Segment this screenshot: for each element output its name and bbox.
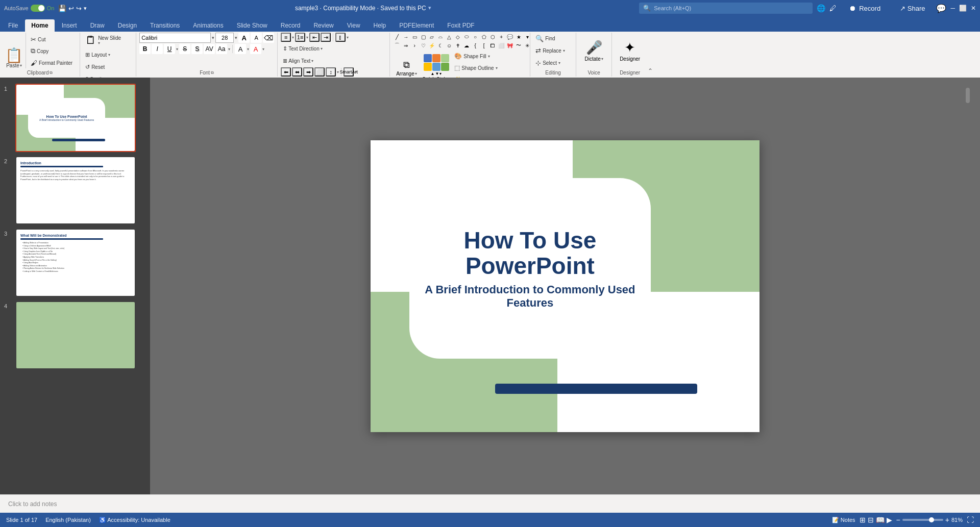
decrease-font-button[interactable]: A	[251, 33, 262, 43]
format-painter-button[interactable]: 🖌 Format Painter	[29, 57, 75, 68]
zoom-out-icon[interactable]: −	[896, 516, 900, 524]
dictate-dropdown-icon[interactable]: ▾	[601, 57, 603, 61]
change-case-button[interactable]: Aa	[216, 44, 227, 54]
slide-image-3[interactable]: What Will be Demonstrated • Adding Slide…	[15, 229, 136, 297]
font-color-button[interactable]: A	[250, 44, 261, 54]
main-slide-canvas[interactable]: How To Use PowerPoint A Brief Introducti…	[371, 140, 760, 432]
tab-draw[interactable]: Draw	[84, 19, 111, 32]
select-dropdown-icon[interactable]: ▾	[558, 61, 560, 65]
slide-image-2[interactable]: Introduction PowerPoint is a very common…	[15, 156, 136, 224]
shape-moon[interactable]: ☾	[436, 41, 445, 49]
quick-styles-grid[interactable]	[424, 54, 449, 71]
undo-icon[interactable]: ↩	[68, 5, 74, 12]
columns-dropdown-icon[interactable]: ▾	[347, 35, 349, 40]
shape-plaque[interactable]: ⧠	[488, 41, 497, 49]
shape-outline-button[interactable]: ⬚ Shape Outline ▾	[452, 62, 501, 73]
shape-fill-button[interactable]: 🎨 Shape Fill ▾	[452, 51, 501, 62]
font-expand-icon[interactable]: ⧉	[211, 70, 214, 76]
shape-line[interactable]: ╱	[393, 33, 401, 41]
qs-style-5[interactable]	[432, 63, 440, 71]
smartart-button[interactable]: SmartArt	[344, 67, 354, 77]
find-button[interactable]: 🔍 Find	[533, 33, 557, 44]
font-name-dropdown-icon[interactable]: ▾	[212, 35, 214, 40]
slide-thumb-4[interactable]: 4	[0, 299, 150, 371]
restore-icon[interactable]: ⬜	[959, 5, 967, 12]
notes-status-button[interactable]: 📝 Notes	[832, 517, 855, 523]
dictate-button[interactable]: 🎤 Dictate ▾	[582, 39, 606, 63]
decrease-indent-button[interactable]: ⇤	[309, 33, 320, 42]
zoom-percent[interactable]: 81%	[951, 517, 963, 523]
slide-image-4[interactable]	[15, 301, 136, 369]
slide-thumb-3[interactable]: 3 What Will be Demonstrated • Adding Sli…	[0, 227, 150, 299]
layout-button[interactable]: ⊞ Layout ▾	[83, 49, 112, 60]
slideshow-icon[interactable]: ▶	[887, 516, 892, 524]
shape-cylinder[interactable]: ⬭	[462, 33, 471, 41]
highlight-dropdown-icon[interactable]: ▾	[247, 47, 249, 52]
close-icon[interactable]: ✕	[971, 5, 976, 12]
case-dropdown-icon[interactable]: ▾	[228, 47, 230, 52]
new-slide-button[interactable]: 🗒 New Slide ▾	[83, 33, 123, 48]
minimize-icon[interactable]: ─	[950, 5, 955, 12]
bullets-dropdown-icon[interactable]: ▾	[292, 35, 294, 40]
save-icon[interactable]: 💾	[58, 5, 66, 12]
tab-pdfelement[interactable]: PDFElement	[393, 19, 440, 32]
tab-file[interactable]: File	[2, 19, 24, 32]
tab-transitions[interactable]: Transitions	[144, 19, 186, 32]
qs-style-6[interactable]	[441, 63, 449, 71]
share-button[interactable]: ↗ Share	[893, 2, 932, 15]
shape-ribbon[interactable]: 🎀	[506, 41, 514, 49]
increase-indent-button[interactable]: ⇥	[321, 33, 331, 42]
shape-curve[interactable]: ⌒	[393, 41, 401, 49]
increase-font-button[interactable]: A	[238, 33, 250, 43]
shape-oval[interactable]: ○	[471, 33, 479, 41]
ribbon-collapse-icon[interactable]: ⌃	[648, 67, 653, 74]
slide-thumb-1[interactable]: 1 How To Use PowerPoint A Brief Introduc…	[0, 82, 150, 154]
cut-button[interactable]: ✂ Cut	[29, 34, 75, 45]
bullets-button[interactable]: ≡	[281, 33, 291, 42]
slide-image-1[interactable]: How To Use PowerPoint A Brief Introducti…	[15, 84, 136, 152]
underline-button[interactable]: U	[164, 44, 175, 54]
shape-brace[interactable]: {	[471, 41, 479, 49]
font-size-input[interactable]	[215, 33, 234, 43]
text-direction-dropdown-icon[interactable]: ▾	[321, 46, 323, 51]
shape-parallelogram[interactable]: ▱	[428, 33, 436, 41]
shape-cross[interactable]: ✝	[454, 41, 462, 49]
font-name-input[interactable]	[139, 33, 211, 43]
notes-bar[interactable]: Click to add notes	[0, 494, 980, 513]
shape-diamond[interactable]: ◇	[454, 33, 462, 41]
tab-view[interactable]: View	[341, 19, 366, 32]
scroll-thumb[interactable]	[966, 88, 970, 103]
tab-animations[interactable]: Animations	[187, 19, 229, 32]
quick-styles-nav[interactable]: ▲ ▼ ▾	[431, 71, 442, 76]
shape-plus[interactable]: +	[497, 33, 505, 41]
zoom-in-icon[interactable]: +	[945, 516, 949, 524]
shape-callout[interactable]: 💬	[506, 33, 514, 41]
title-dropdown-icon[interactable]: ▾	[428, 5, 431, 12]
replace-button[interactable]: ⇄ Replace ▾	[533, 45, 567, 56]
customize-icon[interactable]: ▾	[84, 5, 87, 12]
new-slide-dropdown-icon[interactable]: ▾	[98, 41, 121, 45]
shape-pentagon[interactable]: ⬠	[480, 33, 488, 41]
shape-heart[interactable]: ♡	[419, 41, 427, 49]
shape-flowchart[interactable]: ⬜	[497, 41, 505, 49]
tab-design[interactable]: Design	[112, 19, 143, 32]
replace-dropdown-icon[interactable]: ▾	[563, 48, 565, 53]
shadow-button[interactable]: S	[191, 44, 203, 54]
shape-arrow-right[interactable]: →	[402, 33, 410, 41]
justify-button[interactable]: ⬜	[314, 67, 325, 77]
fit-to-window-icon[interactable]: ⛶	[967, 516, 974, 524]
text-direction-button[interactable]: ⇕ Text Direction ▾	[281, 43, 325, 54]
select-button[interactable]: ⊹ Select ▾	[533, 57, 562, 68]
canvas-scrollbar[interactable]	[964, 78, 972, 494]
shape-block-arrow[interactable]: ⇒	[402, 41, 410, 49]
shape-triangle[interactable]: △	[445, 33, 453, 41]
tab-record[interactable]: Record	[275, 19, 307, 32]
shape-smiley[interactable]: ☺	[445, 41, 453, 49]
qs-style-3[interactable]	[441, 54, 449, 62]
shape-wave[interactable]: 〜	[514, 41, 523, 49]
designer-button[interactable]: ✦ Designer	[617, 39, 643, 63]
qs-style-1[interactable]	[424, 54, 432, 62]
paste-dropdown-icon[interactable]: ▾	[20, 63, 22, 68]
smartart-dropdown-icon[interactable]: ▾	[355, 70, 357, 74]
align-left-button[interactable]: ⬅	[281, 67, 291, 77]
